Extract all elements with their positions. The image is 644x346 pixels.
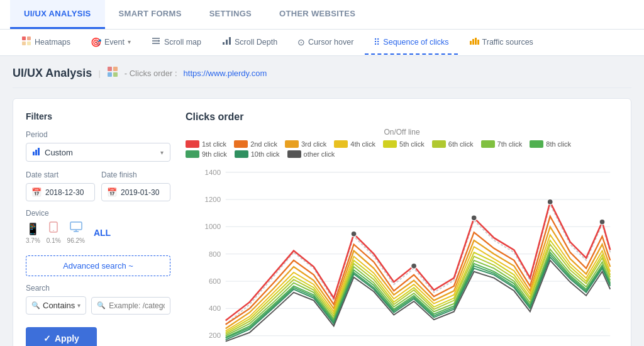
subnav-cursor-hover[interactable]: ⊙ Cursor hover [289,31,362,55]
sequence-clicks-icon: ⠿ [374,37,380,47]
search-label: Search [26,284,170,293]
device-mobile[interactable]: 📱 3.7% [26,222,40,244]
traffic-sources-label: Traffic sources [482,38,533,47]
search-group: Search 🔍 Contains ▾ 🔍 [26,284,170,315]
advanced-search-section: Advanced search ~ [26,253,170,276]
content-card: Filters Period Custom ▾ Date start 📅 [13,98,631,346]
svg-point-47 [599,219,605,225]
mobile-pct: 3.7% [26,237,40,244]
svg-rect-18 [113,72,118,77]
legend-color-swatch [186,140,199,148]
apply-button[interactable]: ✓ Apply [26,327,97,346]
legend-color-swatch [234,140,248,148]
subnav-traffic-sources[interactable]: Traffic sources [460,30,542,55]
date-start-input[interactable]: 📅 2018-12-30 [26,183,95,201]
legend-label: 3rd click [301,140,326,148]
device-label: Device [26,209,170,218]
device-group: Device 📱 3.7% 0.1% [26,209,170,244]
device-all-label[interactable]: ALL [94,228,111,238]
search-input-box: 🔍 [91,297,170,315]
chart-title: Clicks order [186,111,618,123]
desktop-pct: 96.2% [67,237,85,244]
date-finish-group: Date finish 📅 2019-01-30 [101,170,170,201]
legend-label: 8th click [546,140,571,148]
apply-label: Apply [55,333,79,343]
svg-text:600: 600 [209,277,221,285]
device-desktop[interactable]: 96.2% [67,221,85,244]
svg-rect-1 [27,36,31,40]
legend-item: 2nd click [234,140,277,148]
header-url[interactable]: https://www.plerdy.com [184,69,267,78]
legend-item: 10th click [235,150,280,158]
tab-smart-forms[interactable]: SMART Forms [105,0,196,29]
scroll-map-label: Scroll map [164,38,201,47]
svg-rect-9 [226,40,228,45]
svg-rect-17 [108,72,112,77]
tab-other-websites[interactable]: OTHER WEBSITES [265,0,369,29]
legend-item: 8th click [530,140,571,148]
event-label: Event [104,38,125,47]
legend-item: 6th click [432,140,474,148]
legend-label: 5th click [399,140,425,148]
advanced-search-button[interactable]: Advanced search ~ [26,255,170,276]
legend-item: 7th click [481,140,523,148]
top-navigation: UI/UX ANALYSIS SMART Forms SETTINGS OTHE… [0,0,644,30]
svg-rect-13 [475,38,477,45]
calendar-finish-icon: 📅 [107,187,117,197]
subnav-heatmaps[interactable]: Heatmaps [13,30,79,55]
subnav-scroll-depth[interactable]: Scroll Depth [213,30,286,55]
svg-rect-10 [229,37,231,45]
svg-rect-20 [35,150,37,155]
svg-point-23 [53,230,54,232]
legend-label: 6th click [448,140,474,148]
date-start-label: Date start [26,170,95,179]
apply-check-icon: ✓ [43,333,51,343]
subnav-scroll-map[interactable]: Scroll map [142,30,210,55]
svg-point-45 [471,215,477,221]
device-row: 📱 3.7% 0.1% 96.2% [26,221,170,244]
search-input-icon: 🔍 [97,301,106,310]
date-finish-input[interactable]: 📅 2019-01-30 [101,183,170,201]
svg-rect-3 [27,42,31,45]
traffic-sources-icon [469,36,479,48]
svg-marker-7 [158,40,160,42]
legend-color-swatch [432,140,446,148]
period-select[interactable]: Custom ▾ [26,143,170,162]
header-label: - Clicks order : [125,69,177,78]
legend-color-swatch [383,140,397,148]
date-finish-label: Date finish [101,170,170,179]
svg-rect-24 [70,222,82,230]
legend-color-swatch [334,140,348,148]
period-arrow-icon: ▾ [160,149,164,156]
legend-color-swatch [235,150,248,158]
chart-area: Clicks order On/Off line 1st click2nd cl… [186,111,618,346]
tab-uiux[interactable]: UI/UX ANALYSIS [10,0,105,29]
subnav-event[interactable]: 🎯 Event ▾ [82,31,140,55]
svg-text:800: 800 [209,250,221,258]
svg-point-46 [547,199,553,204]
sequence-clicks-label: Sequence of clicks [383,38,448,47]
chart-svg: 0 200 400 600 800 1000 1200 1400 [186,164,618,346]
tab-settings[interactable]: SETTINGS [196,0,265,29]
heatmaps-label: Heatmaps [35,38,70,47]
scroll-map-icon [151,36,161,48]
event-icon: 🎯 [91,37,101,47]
date-start-value: 2018-12-30 [45,188,84,197]
legend-label: 1st click [202,140,226,148]
device-tablet[interactable]: 0.1% [47,221,61,244]
date-row: Date start 📅 2018-12-30 Date finish 📅 20… [26,170,170,201]
svg-text:400: 400 [209,304,221,312]
legend-label: 10th click [251,150,280,158]
legend-color-swatch [530,140,543,148]
page-title: UI/UX Analysis [13,67,92,80]
subnav-sequence-clicks[interactable]: ⠿ Sequence of clicks [365,31,457,55]
date-start-group: Date start 📅 2018-12-30 [26,170,95,201]
chart-legend: 1st click2nd click3rd click4th click5th … [186,140,618,158]
legend-item: 5th click [383,140,425,148]
contains-select[interactable]: 🔍 Contains ▾ [26,296,86,315]
legend-label: 4th click [350,140,375,148]
search-input[interactable] [109,301,165,310]
filters-title: Filters [26,111,170,121]
legend-color-swatch [186,150,199,158]
legend-item: 3rd click [285,140,326,148]
